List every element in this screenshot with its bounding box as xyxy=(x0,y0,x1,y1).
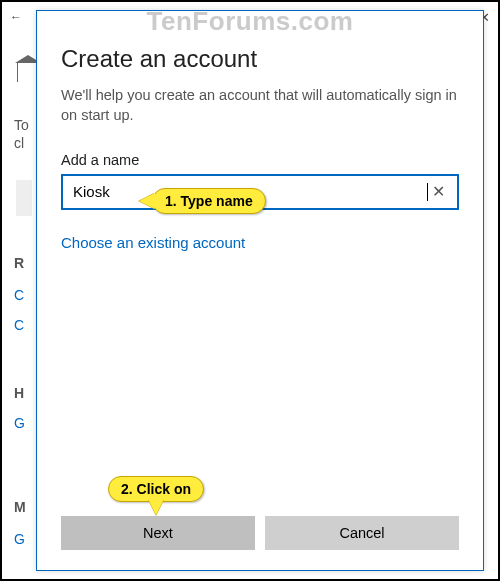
bg-heading-m: M xyxy=(14,498,26,516)
bg-link-g1: G xyxy=(14,414,25,432)
bg-link-c2: C xyxy=(14,316,24,334)
annotation-click-on: 2. Click on xyxy=(108,476,204,502)
bg-link-g2: G xyxy=(14,530,25,548)
annotation-type-name: 1. Type name xyxy=(152,188,266,214)
cancel-button[interactable]: Cancel xyxy=(265,516,459,550)
dialog-description: We'll help you create an account that wi… xyxy=(61,85,459,126)
name-field-label: Add a name xyxy=(61,152,459,168)
bg-link-c1: C xyxy=(14,286,24,304)
clear-input-icon[interactable]: ✕ xyxy=(428,182,449,201)
dialog-heading: Create an account xyxy=(61,45,459,73)
back-arrow-icon[interactable]: ← xyxy=(10,10,22,24)
bg-heading-h: H xyxy=(14,384,24,402)
choose-existing-account-link[interactable]: Choose an existing account xyxy=(61,234,245,251)
create-account-dialog: Create an account We'll help you create … xyxy=(36,10,484,571)
home-icon xyxy=(17,62,37,82)
bg-heading-r: R xyxy=(14,254,24,272)
bg-text: To cl xyxy=(14,116,29,152)
bg-search-hint xyxy=(16,180,32,216)
next-button[interactable]: Next xyxy=(61,516,255,550)
